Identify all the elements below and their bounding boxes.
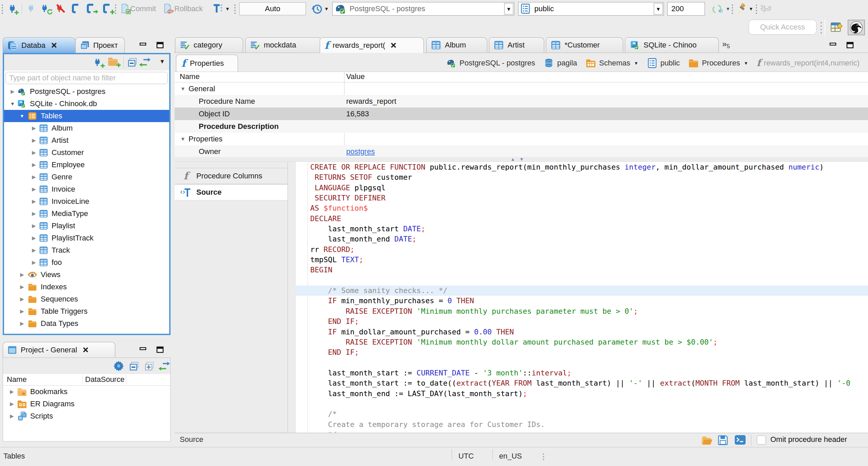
editor-tab-mockdata[interactable]: mockdata xyxy=(245,37,322,53)
minimize-view-icon[interactable] xyxy=(139,346,147,353)
tree-item-playlist[interactable]: ▶Playlist xyxy=(4,220,169,232)
editor-tab-overflow[interactable]: »5 xyxy=(722,39,730,49)
open-console-icon[interactable] xyxy=(734,434,746,445)
tree-item-employee[interactable]: ▶Employee xyxy=(4,159,169,171)
disconnect-icon[interactable] xyxy=(55,3,67,15)
project-expand-all-icon[interactable] xyxy=(144,361,155,372)
tab-projects[interactable]: Проект xyxy=(75,37,125,53)
rollback-button[interactable]: Rollback xyxy=(174,4,203,13)
tree-expander-collapsed-icon[interactable]: ▶ xyxy=(32,211,36,217)
navigator-new-folder-icon[interactable] xyxy=(107,57,122,69)
tab-project-general[interactable]: Project - General xyxy=(3,342,115,357)
commit-mode-icon[interactable] xyxy=(85,3,100,15)
perspective-drag-handle[interactable] xyxy=(820,21,822,34)
tree-expander-expanded-icon[interactable]: ▼ xyxy=(20,113,24,119)
tree-item-postgresql-postgres[interactable]: ▶PostgreSQL - postgres xyxy=(4,85,169,98)
maximize-editor-icon[interactable] xyxy=(846,41,854,49)
breadcrumb-item-public[interactable]: public xyxy=(647,58,680,68)
property-value[interactable]: postgres xyxy=(346,147,375,156)
toolbar-drag-handle[interactable] xyxy=(755,4,757,14)
tree-expander-collapsed-icon[interactable]: ▶ xyxy=(20,308,24,314)
highlight-pen-icon[interactable] xyxy=(736,3,748,15)
auto-refresh-icon[interactable] xyxy=(712,3,724,15)
sash-up-icon[interactable]: ▲ xyxy=(511,157,515,162)
property-row-procedure-name[interactable]: Procedure Namerewards_report xyxy=(175,95,868,108)
tree-expander-expanded-icon[interactable]: ▼ xyxy=(10,101,15,106)
navigator-new-connection-icon[interactable] xyxy=(93,56,106,69)
property-row-owner[interactable]: Ownerpostgres xyxy=(175,145,868,158)
breadcrumb-item-pagila[interactable]: pagila xyxy=(544,58,577,68)
transaction-log-icon[interactable] xyxy=(212,3,224,15)
editor-tab-album[interactable]: Album xyxy=(426,37,487,53)
breadcrumb-item-rewards-report-int4-numeric-[interactable]: frewards_report(int4,numeric) xyxy=(757,58,860,68)
history-dropdown-arrow[interactable]: ▼ xyxy=(324,6,329,12)
tree-item-sequences[interactable]: ▶Sequences xyxy=(4,293,169,305)
property-row-general[interactable]: ▼General xyxy=(175,82,868,95)
side-tab-procedure-columns[interactable]: fProcedure Columns xyxy=(175,168,288,184)
breadcrumb-item-procedures[interactable]: Procedures▼ xyxy=(688,58,748,68)
tree-expander-collapsed-icon[interactable]: ▶ xyxy=(32,247,36,253)
tree-expander-collapsed-icon[interactable]: ▶ xyxy=(32,198,36,205)
project-settings-gear-icon[interactable] xyxy=(113,361,124,371)
tree-expander-collapsed-icon[interactable]: ▶ xyxy=(9,389,14,395)
tree-item-tables[interactable]: ▼Tables xyxy=(4,110,169,122)
tree-item-views[interactable]: ▶Views xyxy=(4,269,169,281)
project-item-er-diagrams[interactable]: ▶ER Diagrams xyxy=(3,398,170,410)
status-timezone[interactable]: UTC xyxy=(458,452,474,461)
tree-item-track[interactable]: ▶Track xyxy=(4,244,169,256)
toolbar-drag-handle[interactable] xyxy=(115,4,117,14)
schema-dropdown-button[interactable]: ▼ xyxy=(654,3,663,15)
project-item-scripts[interactable]: ▶Scripts xyxy=(3,410,170,422)
new-connection-icon[interactable] xyxy=(7,3,19,15)
new-transaction-icon[interactable] xyxy=(101,3,116,15)
back-history-icon[interactable] xyxy=(760,3,772,14)
editor-tab-category[interactable]: category xyxy=(175,37,243,53)
fetch-size-input[interactable]: 200 xyxy=(667,2,705,16)
tree-item-playlisttrack[interactable]: ▶PlaylistTrack xyxy=(4,232,169,244)
tree-expander-collapsed-icon[interactable]: ▶ xyxy=(20,296,24,302)
maximize-view-icon[interactable] xyxy=(156,41,164,49)
group-expander-icon[interactable]: ▼ xyxy=(180,86,185,92)
tree-expander-collapsed-icon[interactable]: ▶ xyxy=(20,284,24,290)
editor-tab-artist[interactable]: Artist xyxy=(489,37,544,53)
pen-dropdown-arrow[interactable]: ▼ xyxy=(749,6,753,12)
toolbar-drag-handle[interactable] xyxy=(1,4,3,14)
transaction-log-dropdown-arrow[interactable]: ▼ xyxy=(225,6,230,12)
breadcrumb-dropdown-arrow[interactable]: ▼ xyxy=(634,61,638,66)
commit-button[interactable]: Commit xyxy=(130,4,156,13)
sql-source-code[interactable]: CREATE OR REPLACE FUNCTION public.reward… xyxy=(296,162,868,433)
minimize-editor-icon[interactable] xyxy=(829,42,837,48)
breadcrumb-item-postgresql-postgres[interactable]: PostgreSQL - postgres xyxy=(446,58,535,68)
tree-item-album[interactable]: ▶Album xyxy=(4,122,169,134)
tree-expander-collapsed-icon[interactable]: ▶ xyxy=(9,401,14,407)
load-from-file-icon[interactable] xyxy=(701,435,714,445)
tree-expander-collapsed-icon[interactable]: ▶ xyxy=(20,321,24,327)
tree-item-table-triggers[interactable]: ▶Table Triggers xyxy=(4,305,169,317)
tree-expander-collapsed-icon[interactable]: ▶ xyxy=(32,125,36,131)
tree-item-foo[interactable]: ▶foo xyxy=(4,256,169,269)
history-icon[interactable] xyxy=(311,3,323,15)
tree-expander-collapsed-icon[interactable]: ▶ xyxy=(10,89,15,95)
omit-procedure-header-checkbox[interactable] xyxy=(757,435,766,445)
project-column-datasource[interactable]: DataSource xyxy=(85,375,124,384)
project-column-name[interactable]: Name xyxy=(7,375,27,384)
property-row-object-id[interactable]: Object ID16,583 xyxy=(175,108,868,120)
group-expander-icon[interactable]: ▼ xyxy=(180,136,185,142)
quick-access-input[interactable]: Quick Access xyxy=(749,20,816,35)
side-tab-source[interactable]: Source xyxy=(175,184,288,200)
breadcrumb-item-schemas[interactable]: Schemas▼ xyxy=(586,58,638,68)
transaction-icon[interactable] xyxy=(70,3,81,14)
close-icon[interactable] xyxy=(82,347,89,353)
editor-tab-rewards-report-[interactable]: frewards_report( xyxy=(320,37,424,53)
navigator-filter-input[interactable]: Type part of object name to filter xyxy=(5,72,168,84)
editor-tab-sqlite-chinoo[interactable]: SQLite - Chinoo xyxy=(625,37,719,53)
tree-expander-collapsed-icon[interactable]: ▶ xyxy=(32,235,36,241)
collapse-all-icon[interactable] xyxy=(127,57,138,68)
open-perspective-icon[interactable] xyxy=(830,21,844,34)
close-icon[interactable] xyxy=(390,42,397,48)
properties-column-name[interactable]: Name xyxy=(180,72,200,81)
breadcrumb-dropdown-arrow[interactable]: ▼ xyxy=(744,61,748,66)
tree-item-sqlite-chinook-db[interactable]: ▼SQLite - Chinook.db xyxy=(4,98,169,110)
minimize-view-icon[interactable] xyxy=(139,42,147,48)
commit-mode-combo[interactable]: Auto xyxy=(239,2,306,15)
